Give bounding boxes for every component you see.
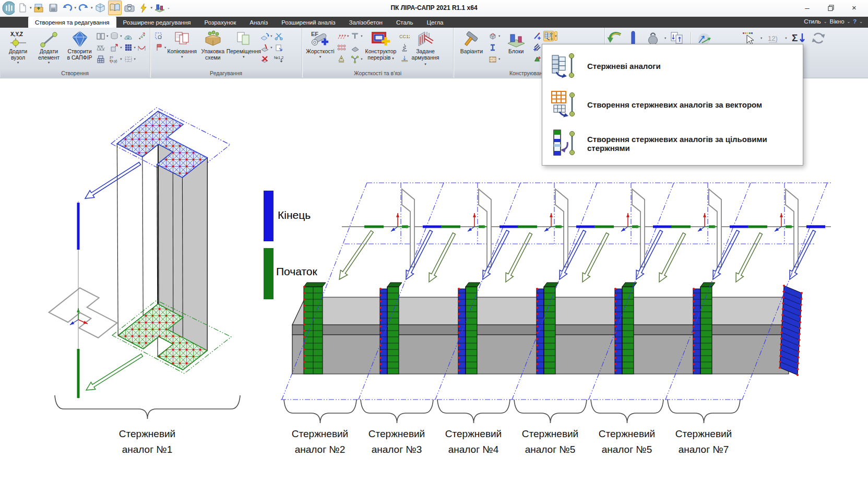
window-chevron-icon[interactable]: ⌄	[847, 19, 851, 24]
restore-button[interactable]	[819, 0, 842, 15]
given-reinforcement-button[interactable]: Заданеармування ▾	[411, 29, 441, 67]
bar-analogs-caret-icon[interactable]: ▾	[554, 31, 557, 41]
tab-brick[interactable]: Цегла	[420, 17, 450, 28]
add-element-button[interactable]: Додатиелемент▾	[34, 29, 64, 64]
add-design-node-icon[interactable]	[532, 54, 542, 64]
add-node-button[interactable]: X,Y,Z Додативузол▾	[3, 29, 33, 64]
help-menu[interactable]: ?	[853, 18, 857, 25]
ground-support-icon[interactable]	[399, 54, 410, 64]
springs-icon[interactable]	[336, 42, 347, 53]
frame-scheme-icon[interactable]	[96, 31, 106, 41]
loads-caret-icon[interactable]: ▾	[347, 34, 349, 38]
dense-mesh-icon[interactable]	[123, 42, 134, 53]
elastic-support-icon[interactable]	[399, 42, 410, 53]
cylinder-caret-icon[interactable]: ▾	[120, 34, 122, 38]
steel-beam-icon[interactable]	[487, 42, 498, 53]
building-frame-icon[interactable]	[96, 54, 106, 64]
zfxy-caret-icon[interactable]: ▾	[120, 57, 122, 61]
weight-caret-icon[interactable]: ▾	[664, 36, 666, 40]
scissors-icon[interactable]	[274, 31, 284, 41]
variants-button[interactable]: Варіанти	[457, 29, 486, 55]
tab-analysis[interactable]: Аналіз	[243, 17, 275, 28]
tab-advanced-analysis[interactable]: Розширений аналіз	[275, 17, 342, 28]
cc12-stiffness-icon[interactable]: CC12	[399, 31, 410, 41]
mirror-caret-icon[interactable]: ▾	[270, 45, 272, 50]
concrete-caret-icon[interactable]: ▾	[498, 34, 500, 38]
z-fxy-surface-icon[interactable]: z=f(x,y)	[109, 54, 120, 64]
dashed-grid-caret-icon[interactable]: ▾	[134, 57, 136, 61]
lira-logo-icon[interactable]	[2, 1, 15, 15]
flag-caret-icon[interactable]: ▾	[164, 45, 166, 50]
rope-surface-icon[interactable]	[137, 42, 147, 53]
fragment-flag-icon[interactable]	[153, 42, 164, 53]
minimize-button[interactable]: –	[795, 0, 819, 15]
pier-caret-icon[interactable]: ▾	[361, 34, 362, 38]
stiffness-button[interactable]: EF Жорсткості▾	[305, 29, 335, 58]
resize-fragment-icon[interactable]	[274, 42, 284, 53]
new-document-caret-icon[interactable]: ▾	[30, 6, 32, 10]
redo-icon[interactable]	[77, 1, 90, 15]
add-design-bar-icon[interactable]	[532, 31, 542, 41]
dome-surface-icon[interactable]	[123, 31, 134, 41]
style-menu[interactable]: Стиль	[804, 18, 821, 25]
crane-load-icon[interactable]	[336, 54, 347, 64]
numbers-caret-icon[interactable]: ▾	[785, 36, 787, 40]
delete-element-icon[interactable]	[259, 54, 270, 64]
bar-analogs-dropdown-button[interactable]	[543, 31, 554, 41]
cylinder-surface-icon[interactable]	[109, 31, 120, 41]
renumber-icon[interactable]: №1,2	[274, 54, 284, 64]
new-document-icon[interactable]	[16, 1, 29, 15]
pick-color-caret-icon[interactable]: ▾	[760, 36, 762, 40]
import-dxf-icon[interactable]	[137, 31, 147, 41]
section-constructor-button[interactable]: Конструкторперерізів ▾	[364, 29, 398, 61]
snapshot-icon[interactable]	[123, 1, 136, 15]
truss-scheme-icon[interactable]	[96, 42, 106, 53]
dense-mesh-caret-icon[interactable]: ▾	[134, 45, 136, 50]
flash-recalc-icon[interactable]	[137, 1, 150, 15]
masonry-icon[interactable]	[487, 54, 498, 64]
mirror-icon[interactable]	[259, 42, 270, 53]
style-chevron-icon[interactable]: ⌄	[824, 19, 827, 24]
move-button[interactable]: Переміщення▾	[229, 29, 258, 58]
undo-icon[interactable]	[61, 1, 74, 15]
menu-item-bar-analogs[interactable]: Стержневі аналоги	[542, 51, 803, 81]
rotate-copy-icon[interactable]	[259, 31, 270, 41]
show-3d-graphics-icon[interactable]	[94, 1, 106, 15]
tab-advanced-edit[interactable]: Розширене редагування	[116, 17, 198, 28]
menu-item-analogs-by-vector[interactable]: Створення стержневих аналогів за векторо…	[542, 90, 803, 120]
open-document-icon[interactable]	[33, 1, 45, 15]
flash-caret-icon[interactable]: ▾	[151, 6, 153, 10]
help-chevron-icon[interactable]: ⌄	[859, 19, 863, 24]
menu-item-analogs-by-target-bars[interactable]: Створення стержневих аналогів за цільови…	[542, 128, 803, 158]
blocks-button[interactable]: Блоки	[501, 29, 531, 55]
undo-caret-icon[interactable]: ▾	[75, 6, 77, 10]
dashed-grid-icon[interactable]	[123, 54, 134, 64]
save-icon[interactable]	[47, 1, 60, 15]
pier-head-icon[interactable]	[350, 31, 360, 41]
frame-caret-icon[interactable]: ▾	[106, 34, 108, 38]
create-in-sapfir-button[interactable]: Створитив САПФІР	[65, 29, 94, 61]
tab-reinforced-concrete[interactable]: Залізобетон	[342, 17, 389, 28]
copy-button[interactable]: Копіювання▾	[167, 29, 197, 58]
open-fragment-book-icon[interactable]	[108, 1, 122, 15]
tab-calculation[interactable]: Розрахунок	[197, 17, 243, 28]
joint-icon[interactable]	[350, 54, 360, 64]
masonry-caret-icon[interactable]: ▾	[498, 57, 500, 61]
rotate-caret-icon[interactable]: ▾	[270, 34, 272, 38]
solid-caret-icon[interactable]: ▾	[120, 45, 122, 50]
close-button[interactable]: ×	[842, 0, 866, 15]
joint-caret-icon[interactable]: ▾	[361, 57, 362, 61]
select-mesh-icon[interactable]	[153, 31, 164, 41]
plate-element-icon[interactable]	[350, 42, 360, 53]
window-menu-item[interactable]: Вікно	[830, 18, 845, 25]
tab-create-edit[interactable]: Створення та редагування	[28, 17, 116, 28]
concrete-design-icon[interactable]	[487, 31, 498, 41]
nodal-loads-icon[interactable]	[336, 31, 347, 41]
tab-steel[interactable]: Сталь	[389, 17, 420, 28]
solid-move-icon[interactable]	[109, 42, 120, 53]
mesh-node	[614, 363, 616, 365]
redo-caret-icon[interactable]: ▾	[91, 6, 93, 10]
pack-scheme-button[interactable]: Упаковкасхеми	[198, 29, 228, 61]
unify-bars-icon[interactable]	[532, 42, 542, 53]
refresh-icon[interactable]	[810, 30, 827, 46]
